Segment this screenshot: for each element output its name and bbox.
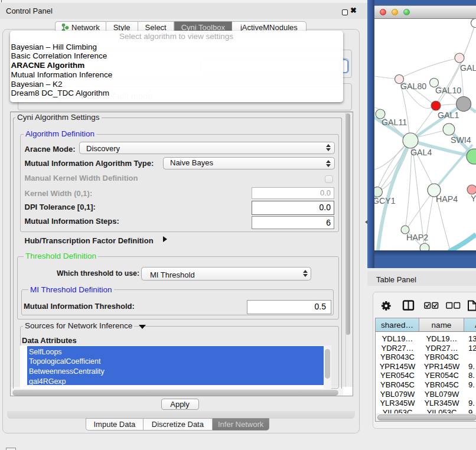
svg-text:GCY1: GCY1 (374, 196, 396, 206)
svg-text:GAL1: GAL1 (438, 110, 459, 120)
svg-text:GAL4: GAL4 (410, 148, 432, 157)
svg-text:GAL80: GAL80 (400, 81, 426, 91)
svg-text:GAL7: GAL7 (460, 63, 476, 73)
svg-text:HAP4: HAP4 (436, 194, 458, 204)
svg-text:GAL10: GAL10 (435, 86, 461, 95)
svg-text:SWI4: SWI4 (451, 135, 471, 145)
svg-text:HAP2: HAP2 (406, 233, 428, 242)
svg-text:GAL11: GAL11 (382, 118, 407, 127)
svg-text:Y: Y (471, 194, 476, 203)
